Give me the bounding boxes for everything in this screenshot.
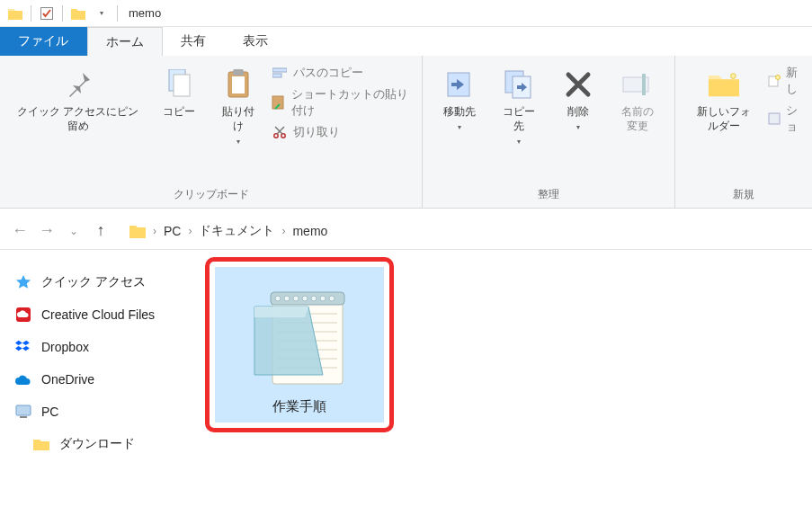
sidebar-item-onedrive[interactable]: OneDrive: [9, 363, 189, 396]
cut-button[interactable]: 切り取り: [272, 124, 411, 140]
navbar: ← → ⌄ ↑ › PC › ドキュメント › memo: [0, 212, 812, 250]
separator: [62, 5, 63, 22]
svg-rect-4: [233, 69, 244, 76]
copy-to-label: コピー先▾: [498, 104, 540, 148]
content-area[interactable]: 作業手順: [198, 250, 812, 516]
chevron-right-icon[interactable]: ›: [149, 225, 160, 237]
sidebar-item-dropbox[interactable]: Dropbox: [9, 331, 189, 363]
paste-label: 貼り付け▾: [218, 104, 259, 148]
pin-label: クイック アクセスにピン留め: [16, 104, 140, 133]
shortcut-icon: [272, 94, 286, 111]
paste-button[interactable]: 貼り付け▾: [212, 59, 264, 152]
body: クイック アクセス Creative Cloud Files Dropbox O…: [0, 250, 812, 516]
scissors-icon: [272, 124, 288, 140]
clipboard-group-label: クリップボード: [11, 183, 411, 206]
copy-to-button[interactable]: コピー先▾: [493, 59, 545, 152]
separator: [117, 5, 118, 22]
paste-shortcut-button[interactable]: ショートカットの貼り付け: [272, 86, 411, 119]
checkbox-icon[interactable]: [39, 5, 55, 22]
nav-up-button[interactable]: ↑: [88, 218, 113, 244]
new-item-icon: [768, 73, 781, 89]
tab-view[interactable]: 表示: [225, 27, 287, 56]
sidebar-item-label: OneDrive: [41, 372, 94, 387]
sidebar-item-label: Creative Cloud Files: [41, 307, 155, 322]
easy-access-icon: [768, 111, 781, 127]
crumb-folder[interactable]: memo: [289, 222, 331, 240]
new-item-button[interactable]: 新し: [768, 65, 801, 97]
delete-label: 削除▾: [567, 104, 589, 133]
qat-dropdown-icon[interactable]: ▾: [94, 5, 110, 22]
star-icon: [14, 273, 32, 291]
svg-rect-21: [16, 405, 31, 415]
svg-point-18: [776, 76, 781, 80]
svg-rect-5: [232, 76, 245, 93]
svg-point-33: [284, 296, 290, 301]
rename-label: 名前の変更: [617, 104, 658, 133]
easy-access-button[interactable]: ショ: [768, 102, 801, 135]
pin-icon: [62, 68, 94, 101]
svg-point-34: [293, 296, 299, 301]
path-icon: [272, 65, 288, 81]
move-to-icon: [443, 68, 476, 101]
delete-icon: [562, 68, 594, 101]
sidebar-item-label: Dropbox: [41, 340, 89, 354]
paste-icon: [222, 68, 254, 101]
copy-path-button[interactable]: パスのコピー: [272, 65, 411, 81]
new-folder-label: 新しいフォルダー: [692, 104, 755, 133]
tab-share[interactable]: 共有: [163, 27, 225, 56]
pc-icon: [14, 403, 32, 421]
sidebar-item-label: ダウンロード: [59, 436, 135, 452]
nav-recent-dropdown[interactable]: ⌄: [61, 218, 86, 244]
file-item[interactable]: 作業手順: [215, 267, 384, 423]
crumb-root-icon[interactable]: [126, 222, 149, 240]
tab-file[interactable]: ファイル: [0, 27, 87, 56]
rename-button[interactable]: 名前の変更: [611, 59, 664, 137]
organize-group-label: 整理: [433, 183, 664, 206]
address-bar[interactable]: › PC › ドキュメント › memo: [120, 218, 805, 244]
copy-path-label: パスのコピー: [293, 65, 363, 81]
svg-point-37: [320, 296, 326, 301]
window-title: memo: [129, 6, 161, 20]
onedrive-icon: [14, 370, 32, 388]
delete-button[interactable]: 削除▾: [552, 59, 604, 137]
sidebar: クイック アクセス Creative Cloud Files Dropbox O…: [0, 250, 198, 516]
svg-rect-15: [642, 74, 646, 95]
ribbon-group-clipboard: クイック アクセスにピン留め コピー 貼り付け▾ パスのコピー: [0, 56, 423, 208]
file-highlight-frame: 作業手順: [205, 257, 394, 432]
pin-quick-access-button[interactable]: クイック アクセスにピン留め: [11, 59, 146, 137]
new-folder-button[interactable]: 新しいフォルダー: [686, 59, 761, 137]
sidebar-item-quick-access[interactable]: クイック アクセス: [9, 266, 189, 298]
text-file-icon: [245, 274, 353, 391]
sidebar-item-pc[interactable]: PC: [9, 396, 189, 428]
copy-button[interactable]: コピー: [153, 59, 205, 122]
copy-to-icon: [503, 68, 535, 101]
ribbon-tabs: ファイル ホーム 共有 表示: [0, 27, 812, 56]
sidebar-item-label: PC: [41, 405, 58, 419]
nav-forward-button[interactable]: →: [34, 218, 59, 244]
move-to-button[interactable]: 移動先▾: [433, 59, 486, 137]
new-item-label: 新し: [786, 65, 801, 97]
crumb-pc[interactable]: PC: [160, 222, 184, 240]
chevron-right-icon[interactable]: ›: [278, 225, 289, 237]
folder-icon: [32, 435, 50, 453]
folder-icon: [7, 5, 23, 22]
folder-small-icon[interactable]: [70, 5, 86, 22]
svg-rect-2: [174, 75, 190, 96]
nav-back-button[interactable]: ←: [7, 218, 32, 244]
separator: [31, 5, 31, 22]
svg-rect-22: [20, 416, 27, 418]
ribbon: クイック アクセスにピン留め コピー 貼り付け▾ パスのコピー: [0, 56, 812, 209]
copy-icon: [163, 68, 195, 101]
sidebar-item-creative-cloud[interactable]: Creative Cloud Files: [9, 298, 189, 331]
sidebar-item-downloads[interactable]: ダウンロード: [9, 428, 189, 460]
svg-point-35: [302, 296, 308, 301]
new-group-label: 新規: [686, 183, 801, 206]
chevron-right-icon[interactable]: ›: [184, 225, 195, 237]
tab-home[interactable]: ホーム: [87, 27, 163, 56]
sidebar-item-label: クイック アクセス: [41, 274, 146, 290]
titlebar: ▾ memo: [0, 0, 812, 27]
crumb-documents[interactable]: ドキュメント: [195, 221, 278, 241]
svg-point-36: [311, 296, 317, 301]
file-name: 作業手順: [272, 395, 326, 415]
copy-label: コピー: [163, 104, 195, 119]
